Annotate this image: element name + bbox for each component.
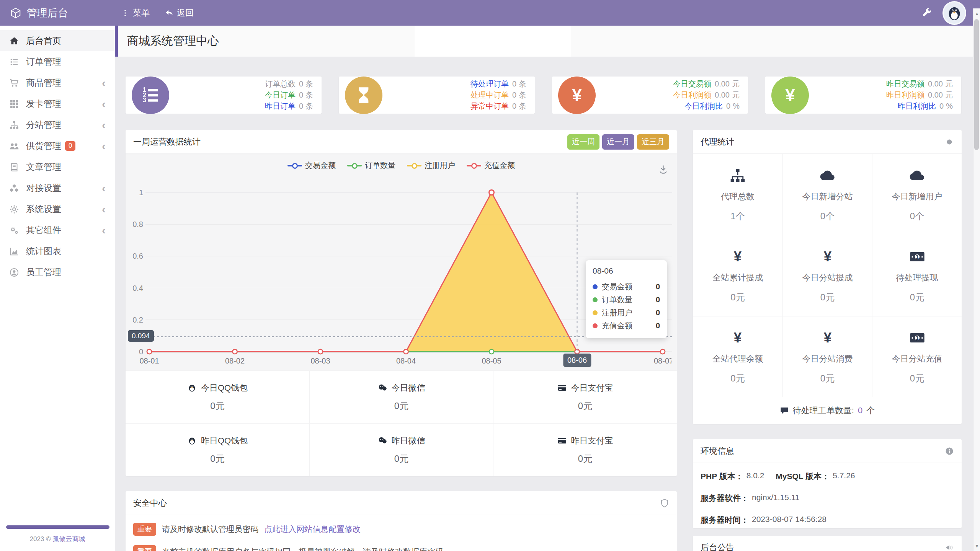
sidebar-item[interactable]: 分站管理‹ bbox=[0, 114, 115, 135]
wallet-cell: 昨日支付宝0元 bbox=[493, 423, 677, 476]
cloud-icon bbox=[819, 167, 836, 184]
sidebar-item[interactable]: 供货管理0‹ bbox=[0, 135, 115, 156]
info-icon bbox=[945, 447, 954, 456]
wallet-summary-grid: 今日QQ钱包0元今日微信0元今日支付宝0元昨日QQ钱包0元昨日微信0元昨日支付宝… bbox=[126, 370, 677, 476]
config-link[interactable]: 点此进入网站信息配置修改 bbox=[264, 524, 361, 535]
legend-item[interactable]: 交易金额 bbox=[287, 160, 336, 171]
scrollbar-thumb[interactable] bbox=[974, 19, 979, 150]
agent-stat-label: 今日分站提成 bbox=[802, 272, 853, 284]
footer-brand-link[interactable]: 孤傲云商城 bbox=[52, 535, 85, 543]
chart-icon bbox=[9, 246, 19, 256]
yen-icon bbox=[819, 329, 836, 346]
sidebar-item[interactable]: 发卡管理‹ bbox=[0, 93, 115, 114]
topnav: 菜单 返回 bbox=[121, 7, 194, 19]
wechat-icon bbox=[378, 383, 387, 393]
stat-row: 异常中订单0条 bbox=[470, 101, 526, 112]
gear-icon bbox=[9, 204, 19, 214]
sidebar-item[interactable]: 其它组件‹ bbox=[0, 220, 115, 241]
agent-stat-label: 代理总数 bbox=[721, 191, 755, 202]
stat-row: 昨日订单0条 bbox=[265, 101, 313, 112]
download-chart-button[interactable] bbox=[658, 164, 668, 174]
sidebar-item[interactable]: 订单管理 bbox=[0, 51, 115, 72]
comment-icon bbox=[780, 406, 789, 415]
chevron-left-icon: ‹ bbox=[102, 119, 106, 131]
x-axis-tick: 08-02 bbox=[225, 357, 245, 365]
yen-icon bbox=[567, 85, 587, 106]
vertical-dots-icon bbox=[121, 9, 129, 17]
agent-stat-value: 0元 bbox=[730, 291, 745, 303]
sidebar-item-label: 订单管理 bbox=[26, 56, 61, 68]
security-row: 重要请及时修改默认管理员密码点此进入网站信息配置修改 bbox=[126, 520, 677, 538]
megaphone-icon bbox=[945, 543, 954, 551]
sidebar-item-badge: 0 bbox=[65, 141, 75, 150]
wallet-cell: 昨日QQ钱包0元 bbox=[126, 423, 309, 476]
svg-text:0.4: 0.4 bbox=[132, 284, 143, 292]
menu-toggle-button[interactable]: 菜单 bbox=[121, 7, 150, 19]
stat-row: 今日利润比0% bbox=[673, 101, 740, 112]
sidebar-item[interactable]: 后台首页 bbox=[0, 30, 115, 51]
svg-text:0.8: 0.8 bbox=[132, 220, 143, 228]
x-axis-tick: 08-05 bbox=[482, 357, 501, 365]
cart-icon bbox=[9, 78, 19, 88]
topbar-right bbox=[921, 1, 966, 25]
sidebar-item[interactable]: 员工管理 bbox=[0, 262, 115, 283]
chart-range-button[interactable]: 近三月 bbox=[637, 134, 669, 150]
wallet-label: 昨日QQ钱包 bbox=[201, 435, 248, 447]
important-badge: 重要 bbox=[133, 523, 156, 536]
chevron-left-icon: ‹ bbox=[102, 204, 106, 215]
agent-stat-label: 今日新增用户 bbox=[892, 191, 942, 202]
scrollbar-down-arrow[interactable]: ▼ bbox=[975, 543, 979, 549]
x-axis-tick: 08-06 bbox=[563, 354, 591, 367]
agent-stat-cell: 待处理提现0元 bbox=[872, 235, 962, 316]
stat-card: 今日交易额0.00元今日利润额0.00元今日利润比0% bbox=[552, 77, 748, 114]
tooltip-row: 充值金额0 bbox=[593, 319, 660, 332]
sidebar-item-label: 分站管理 bbox=[26, 119, 61, 131]
yen-icon bbox=[780, 85, 800, 106]
agent-stat-cell: 全站累计提成0元 bbox=[693, 235, 782, 316]
sidebar-item[interactable]: 统计图表 bbox=[0, 241, 115, 262]
sidebar-scrollbar-deco[interactable] bbox=[6, 525, 109, 529]
sidebar-item[interactable]: 文章管理 bbox=[0, 156, 115, 178]
chart-tooltip: 08-06 交易金额0订单数量0注册用户0充值金额0 bbox=[586, 260, 667, 338]
stat-row: 待处理订单0条 bbox=[470, 78, 526, 90]
cubes-icon bbox=[9, 183, 19, 193]
agent-stat-value: 1个 bbox=[730, 210, 745, 222]
user-avatar[interactable] bbox=[942, 1, 966, 25]
sidebar-item[interactable]: 系统设置‹ bbox=[0, 199, 115, 220]
back-button[interactable]: 返回 bbox=[165, 7, 194, 19]
wallet-label: 昨日支付宝 bbox=[571, 435, 613, 447]
sitemap-icon bbox=[9, 120, 19, 130]
cloud-icon bbox=[909, 167, 926, 184]
wallet-label: 今日支付宝 bbox=[571, 382, 613, 394]
chart-range-button[interactable]: 近一周 bbox=[567, 134, 599, 150]
sidebar-item[interactable]: 对接设置‹ bbox=[0, 178, 115, 199]
scrollbar-up-arrow[interactable]: ▲ bbox=[975, 11, 979, 16]
agent-stat-cell: 今日新增用户0个 bbox=[872, 154, 962, 235]
settings-wrench-button[interactable] bbox=[921, 8, 932, 18]
stat-row: 订单总数0条 bbox=[265, 78, 313, 90]
agent-stat-label: 今日新增分站 bbox=[802, 191, 853, 202]
legend-item[interactable]: 注册用户 bbox=[407, 160, 455, 171]
app-brand[interactable]: 管理后台 bbox=[0, 6, 115, 20]
app-title: 管理后台 bbox=[27, 6, 68, 20]
stat-card-icon-circle bbox=[132, 77, 169, 114]
security-panel-title: 安全中心 bbox=[133, 497, 167, 509]
sidebar-item[interactable]: 商品管理‹ bbox=[0, 72, 115, 93]
yen-icon bbox=[729, 329, 746, 346]
security-panel-header: 安全中心 bbox=[126, 491, 677, 515]
agent-stat-cell: 今日分站提成0元 bbox=[782, 235, 872, 316]
cube-logo-icon bbox=[10, 7, 21, 19]
chevron-left-icon: ‹ bbox=[102, 140, 106, 152]
sidebar-item-label: 商品管理 bbox=[26, 77, 61, 89]
stat-row: 昨日利润额0.00元 bbox=[886, 90, 953, 101]
gears-icon bbox=[9, 225, 19, 235]
legend-item[interactable]: 订单数量 bbox=[347, 160, 395, 171]
weekly-stats-panel: 一周运营数据统计 近一周近一月近三月 00.20.40.60.81 交易金额订单… bbox=[126, 130, 677, 476]
stat-row: 今日交易额0.00元 bbox=[673, 78, 740, 90]
sidebar-item-label: 发卡管理 bbox=[26, 98, 61, 110]
wallet-label: 今日微信 bbox=[392, 382, 425, 394]
legend-item[interactable]: 充值金额 bbox=[467, 160, 515, 171]
chart-range-button[interactable]: 近一月 bbox=[602, 134, 634, 150]
sidebar-item-label: 统计图表 bbox=[26, 245, 61, 257]
sidebar-item-label: 文章管理 bbox=[26, 161, 61, 173]
